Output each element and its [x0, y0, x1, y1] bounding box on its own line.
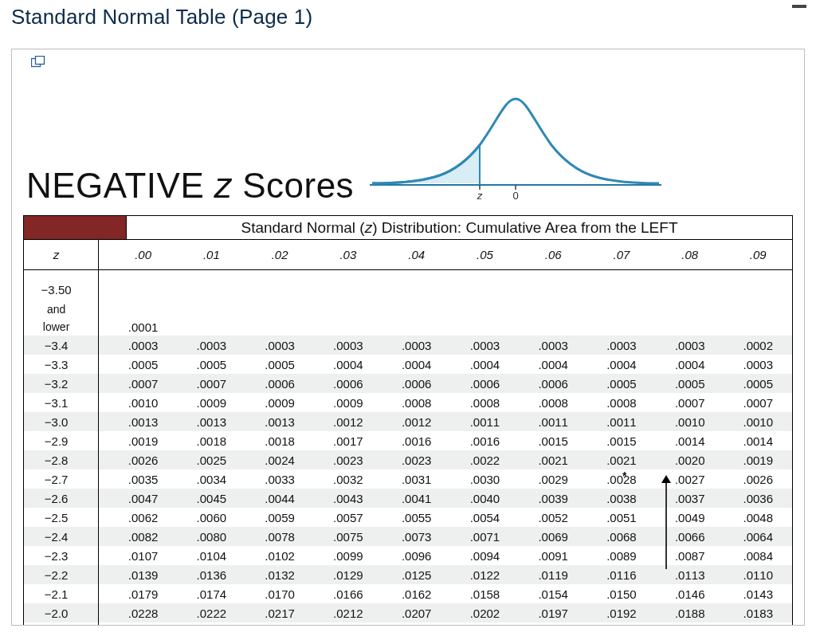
table-cell: .0032 [314, 469, 382, 489]
z-label: −2.4 [24, 527, 89, 546]
table-cell: .0054 [451, 508, 520, 527]
table-cell: .0003 [519, 336, 587, 355]
table-cell: .0071 [451, 527, 520, 546]
table-cell: .0009 [314, 393, 382, 412]
table-cell: .0005 [724, 374, 793, 393]
table-cell: .0016 [382, 431, 451, 450]
col-header: .02 [245, 240, 314, 270]
table-cell: .0003 [451, 336, 520, 355]
table-cell: .0139 [109, 565, 178, 584]
table-cell: .0006 [519, 374, 587, 393]
col-header: .04 [382, 240, 451, 270]
z-label: −2.2 [24, 565, 89, 584]
table-cell: .0244 [587, 622, 656, 626]
table-cell: .0073 [382, 527, 451, 546]
table-cell: .0005 [587, 374, 656, 393]
col-header: .01 [177, 240, 245, 270]
z-label: −2.3 [24, 546, 89, 565]
table-cell: .0018 [177, 431, 245, 450]
z-label: −2.5 [24, 508, 89, 527]
table-cell: .0143 [724, 584, 793, 603]
table-cell: .0068 [587, 527, 656, 546]
z-label: −3.0 [24, 412, 89, 431]
table-cell: .0003 [314, 336, 382, 355]
table-cell: .0075 [314, 527, 382, 546]
table-row: and [24, 300, 793, 318]
popout-icon[interactable] [31, 56, 45, 69]
table-cell: .0038 [587, 489, 656, 508]
table-cell: .0287 [109, 622, 178, 626]
table-cell: .0146 [656, 584, 724, 603]
z-label: −2.6 [24, 489, 89, 508]
table-cell: .0174 [177, 584, 245, 603]
table-row: lower.0001 [24, 318, 793, 336]
minimize-icon[interactable] [792, 5, 806, 8]
table-cell: .0003 [109, 336, 178, 355]
z-table: Standard Normal (z) Distribution: Cumula… [23, 215, 793, 626]
table-cell: .0162 [382, 584, 451, 603]
table-row: −3.3.0005.0005.0005.0004.0004.0004.0004.… [24, 355, 793, 374]
section-heading: NEGATIVE z Scores [26, 167, 354, 204]
table-cell: .0008 [519, 393, 587, 412]
table-cell: .0026 [724, 469, 793, 489]
table-cell: .0019 [109, 431, 178, 450]
table-cell: .0007 [724, 393, 793, 412]
col-header: .07 [587, 240, 656, 270]
table-cell: .0008 [382, 393, 451, 412]
table-cell: .0014 [656, 431, 724, 450]
table-cell: .0005 [109, 355, 178, 374]
table-cell: .0004 [451, 355, 520, 374]
table-cell: .0025 [177, 450, 245, 469]
table-cell: .0066 [656, 527, 724, 546]
table-cell: .0010 [724, 412, 793, 431]
table-cell: .0006 [245, 374, 314, 393]
table-cell: .0207 [382, 603, 451, 622]
table-cell: .0003 [177, 336, 245, 355]
table-cell: .0008 [587, 393, 656, 412]
table-cell: .0150 [587, 584, 656, 603]
table-cell: .0170 [245, 584, 314, 603]
table-cell: .0011 [451, 412, 520, 431]
table-cell: .0029 [519, 469, 587, 489]
col-header: .00 [109, 240, 178, 270]
table-cell: .0041 [382, 489, 451, 508]
table-cell: .0006 [314, 374, 382, 393]
table-cell: .0022 [451, 450, 520, 469]
table-row: −2.4.0082.0080.0078.0075.0073.0071.0069.… [24, 527, 793, 546]
z-label: −2.8 [24, 450, 89, 469]
table-cell: .0023 [314, 450, 382, 469]
table-cell: .0281 [177, 622, 245, 626]
table-cell: .0055 [382, 508, 451, 527]
curve-z-label: z [477, 190, 483, 201]
table-cell: .0094 [451, 546, 520, 565]
table-cell: .0003 [724, 355, 793, 374]
table-row: −2.0.0228.0222.0217.0212.0207.0202.0197.… [24, 603, 793, 622]
table-cell: .0222 [177, 603, 245, 622]
table-row: −3.50 [24, 270, 793, 301]
table-row: −3.0.0013.0013.0013.0012.0012.0011.0011.… [24, 412, 793, 431]
table-cell: .0031 [382, 469, 451, 489]
caption-text: Standard Normal (z) Distribution: Cumula… [127, 216, 792, 239]
table-cell: .0003 [382, 336, 451, 355]
table-cell: .0179 [109, 584, 178, 603]
table-row: −3.2.0007.0007.0006.0006.0006.0006.0006.… [24, 374, 793, 393]
table-cell: .0250 [519, 622, 587, 626]
content-frame: NEGATIVE z Scores z 0 Standard Normal (z… [11, 49, 805, 626]
col-header: .05 [451, 240, 520, 270]
table-row: −2.5.0062.0060.0059.0057.0055.0054.0052.… [24, 508, 793, 527]
table-cell: .0122 [451, 565, 520, 584]
z-label: −3.1 [24, 393, 89, 412]
table-cell: .0013 [109, 412, 178, 431]
table-cell: .0015 [519, 431, 587, 450]
table-cell: .0021 [587, 450, 656, 469]
z-label: −2.7 [24, 469, 89, 489]
z-label: −2.1 [24, 584, 89, 603]
table-cell: .0049 [656, 508, 724, 527]
table-cell: .0002 [724, 336, 793, 355]
table-header-row: z .00 .01 .02 .03 .04 .05 .06 .07 .08 .0… [24, 240, 793, 270]
table-cell: .0028 [587, 469, 656, 489]
table-cell: .0048 [724, 508, 793, 527]
table-cell: .0082 [109, 527, 178, 546]
table-cell: .0009 [245, 393, 314, 412]
table-cell: .0001 [109, 318, 178, 336]
